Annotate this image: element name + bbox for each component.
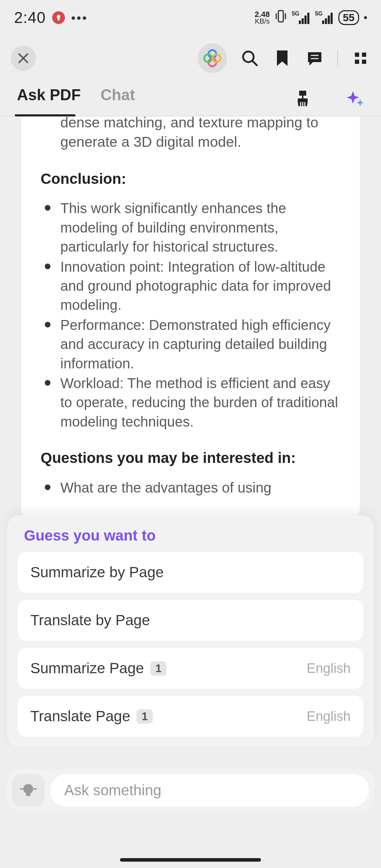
list-item: Innovation point: Integration of low-alt… xyxy=(60,257,340,315)
suggestion-lang: English xyxy=(307,661,351,676)
svg-rect-9 xyxy=(307,13,309,24)
svg-rect-28 xyxy=(362,60,366,64)
app-header xyxy=(0,35,381,81)
svg-point-34 xyxy=(23,784,33,794)
search-icon xyxy=(241,49,259,67)
svg-rect-1 xyxy=(58,18,60,20)
ask-input[interactable]: Ask something xyxy=(50,774,369,807)
svg-rect-27 xyxy=(355,60,359,64)
svg-rect-26 xyxy=(362,53,366,57)
suggestion-translate-by-page[interactable]: Translate by Page xyxy=(18,600,363,641)
status-right: 2.48 KB/s 5G 5G 55 xyxy=(255,9,367,26)
sparkle-icon xyxy=(346,89,364,108)
vibrate-icon xyxy=(275,9,287,26)
status-time: 2:40 xyxy=(14,9,46,26)
header-divider xyxy=(337,50,338,67)
grid-icon xyxy=(353,50,368,66)
tabs-row: Ask PDF Chat xyxy=(0,81,381,116)
content-cutoff: dense matching, and texture mapping to g… xyxy=(60,116,340,152)
chat-bubble-icon xyxy=(306,49,323,67)
status-battery-value: 55 xyxy=(343,12,355,24)
suggestion-badge: 1 xyxy=(150,661,167,676)
suggestion-label: Translate Page xyxy=(30,708,130,725)
tab-chat[interactable]: Chat xyxy=(101,86,135,111)
svg-rect-8 xyxy=(304,16,307,24)
clover-icon xyxy=(202,48,222,68)
svg-rect-29 xyxy=(299,91,306,96)
svg-rect-13 xyxy=(328,16,330,24)
lightbulb-icon xyxy=(19,781,37,800)
comments-button[interactable] xyxy=(305,48,325,68)
status-kbps-value: 2.48 xyxy=(255,11,270,18)
tab-ask-pdf[interactable]: Ask PDF xyxy=(17,86,81,111)
suggestion-label: Summarize Page xyxy=(30,660,144,677)
list-item: Performance: Demonstrated high efficienc… xyxy=(60,315,340,373)
brush-button[interactable] xyxy=(294,89,312,108)
suggestions-bulb-button[interactable] xyxy=(12,774,44,807)
close-button[interactable] xyxy=(11,46,36,71)
search-button[interactable] xyxy=(240,48,260,68)
suggestion-lang: English xyxy=(307,709,351,724)
input-bar: Ask something xyxy=(7,769,374,812)
tab-underline xyxy=(15,114,75,116)
svg-rect-2 xyxy=(278,11,283,22)
suggestion-label: Summarize by Page xyxy=(30,564,164,581)
suggestion-label: Translate by Page xyxy=(30,612,150,629)
suggestion-title: Guess you want to xyxy=(24,527,363,544)
svg-rect-14 xyxy=(331,13,333,24)
suggestion-panel: Guess you want to Summarize by Page Tran… xyxy=(7,515,374,747)
status-app-icon xyxy=(52,11,65,24)
svg-rect-11 xyxy=(322,20,324,24)
bookmark-button[interactable] xyxy=(272,48,292,68)
grid-view-button[interactable] xyxy=(351,48,370,68)
home-gesture-bar[interactable] xyxy=(120,858,261,862)
status-bar: 2:40 ••• 2.48 KB/s 5G 5G xyxy=(0,0,381,35)
list-item: Workload: The method is efficient and ea… xyxy=(60,374,340,431)
suggestion-summarize-page-1[interactable]: Summarize Page 1 English xyxy=(18,648,363,689)
conclusion-heading: Conclusion: xyxy=(41,169,340,189)
svg-text:5G: 5G xyxy=(292,11,299,17)
status-kbps-unit: KB/s xyxy=(255,18,270,24)
questions-heading: Questions you may be interested in: xyxy=(41,448,340,468)
close-icon xyxy=(17,52,30,65)
suggestion-badge: 1 xyxy=(137,709,153,724)
status-left: 2:40 ••• xyxy=(14,9,88,26)
battery-knob-icon xyxy=(364,16,367,19)
svg-rect-12 xyxy=(325,18,327,24)
svg-rect-35 xyxy=(26,793,30,796)
suggestion-translate-page-1[interactable]: Translate Page 1 English xyxy=(18,696,363,737)
svg-rect-30 xyxy=(302,96,303,98)
sparkle-button[interactable] xyxy=(346,89,364,108)
bookmark-icon xyxy=(275,49,289,67)
list-item: What are the advantages of using xyxy=(60,478,340,497)
overflow-icon: ••• xyxy=(71,11,88,25)
suggestion-summarize-by-page[interactable]: Summarize by Page xyxy=(18,552,363,593)
signal-bars-2-icon: 5G xyxy=(315,11,333,25)
svg-point-0 xyxy=(57,15,60,18)
ai-assistant-button[interactable] xyxy=(198,43,227,73)
svg-rect-25 xyxy=(355,53,359,57)
questions-list: What are the advantages of using xyxy=(41,478,340,497)
svg-rect-7 xyxy=(302,18,304,24)
content-card[interactable]: dense matching, and texture mapping to g… xyxy=(21,116,360,517)
status-network-speed: 2.48 KB/s xyxy=(255,11,270,24)
conclusion-list: This work significantly enhances the mod… xyxy=(41,199,340,431)
signal-bars-1-icon: 5G xyxy=(292,11,310,25)
svg-text:5G: 5G xyxy=(315,11,322,17)
svg-line-22 xyxy=(253,61,257,65)
brush-icon xyxy=(295,89,310,108)
svg-rect-6 xyxy=(299,20,301,24)
list-item: This work significantly enhances the mod… xyxy=(60,199,340,256)
status-battery: 55 xyxy=(338,10,359,25)
ask-input-placeholder: Ask something xyxy=(64,782,161,799)
